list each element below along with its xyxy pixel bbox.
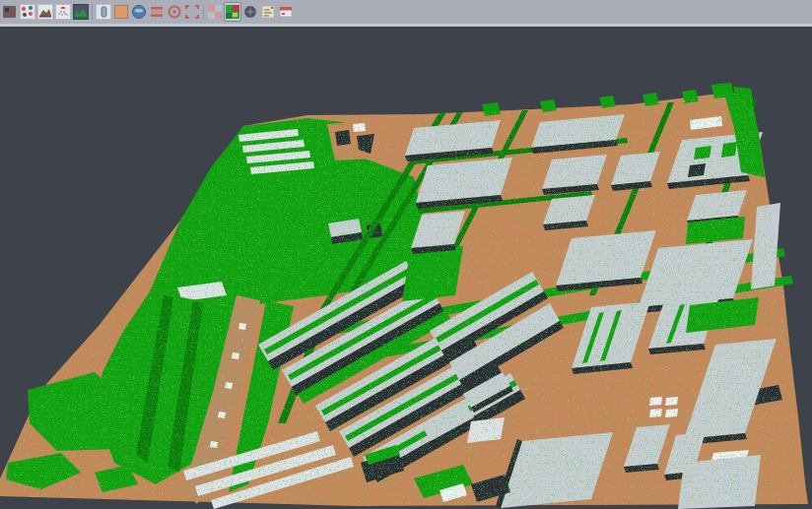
toolbar-button-transparency-checker[interactable] [206,2,224,22]
viewport-3d-canvas[interactable] [0,27,812,509]
selection-frame-icon [184,4,200,20]
transparency-checker-icon [207,4,223,20]
flagged-box-icon [278,4,294,20]
toolbar-button-dtm-surface[interactable] [36,2,54,22]
point-cloud-icon [55,4,71,20]
application-window [0,0,812,509]
toolbar-button-classification-colors[interactable] [224,2,241,22]
toolbar-button-dsm-surface[interactable] [72,2,90,22]
toolbar-button-orthophoto[interactable] [112,2,130,22]
toolbar-button-point-cloud[interactable] [54,2,72,22]
notes-pad-icon [260,4,276,20]
toolbar-button-profile-view[interactable] [95,2,112,22]
profile-view-icon [96,4,111,20]
toolbar-button-open-project[interactable] [1,2,19,22]
toolbar-button-target-circle[interactable] [166,2,183,22]
globe-view-icon [131,4,147,20]
toolbar-button-globe-view[interactable] [130,2,148,22]
viewport-3d [0,27,812,509]
orthophoto-icon [113,4,129,20]
layer-stack-icon [149,4,165,20]
pan-wheel-icon [242,4,258,20]
dtm-surface-icon [37,4,53,20]
main-toolbar [0,0,812,24]
target-circle-icon [167,4,182,20]
toolbar-separator [201,2,206,22]
classify-points-icon [20,4,35,20]
toolbar-button-notes-pad[interactable] [259,2,277,22]
dsm-surface-icon [73,4,89,20]
toolbar-button-layer-stack[interactable] [148,2,166,22]
open-project-icon [2,4,18,20]
toolbar-button-pan-wheel[interactable] [241,2,259,22]
toolbar-button-selection-frame[interactable] [183,2,201,22]
toolbar-button-classify-points[interactable] [19,2,36,22]
toolbar-button-flagged-box[interactable] [277,2,295,22]
toolbar-separator [90,2,95,22]
classification-colors-icon [225,4,240,20]
pointcloud-speckle-layer [0,27,812,509]
